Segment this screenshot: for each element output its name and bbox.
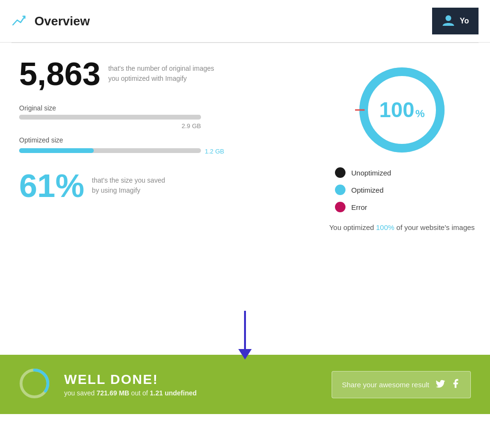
donut-center-text: 100%	[379, 98, 425, 122]
overview-icon	[11, 11, 29, 31]
image-count-value: 5,863	[19, 57, 100, 90]
savings-stat: 61% that's the size you saved by using I…	[19, 169, 306, 202]
arrow-head	[238, 349, 252, 360]
image-count-stat: 5,863 that's the number of original imag…	[19, 57, 306, 90]
original-size-item: Original size 2.9 GB	[19, 104, 306, 130]
svg-point-0	[445, 15, 451, 21]
total-amount: 1.21 undefined	[150, 389, 197, 397]
donut-percent-sign: %	[415, 108, 425, 120]
well-done-subtitle: you saved 721.69 MB out of 1.21 undefine…	[64, 389, 317, 397]
facebook-icon[interactable]	[450, 378, 461, 391]
arrow-container	[0, 311, 490, 360]
arrow-line	[244, 311, 246, 349]
twitter-icon[interactable]	[435, 378, 445, 391]
savings-percent-value: 61%	[19, 169, 84, 202]
optimized-size-value: 1.2 GB	[205, 148, 224, 155]
subtitle-middle: out of	[129, 389, 150, 397]
original-size-label: Original size	[19, 104, 306, 112]
share-icons	[435, 378, 461, 391]
well-done-title: WELL DONE!	[64, 372, 317, 387]
user-name: Yo	[460, 17, 469, 25]
optimized-size-bar	[19, 148, 201, 153]
original-size-value: 2.9 GB	[19, 122, 201, 130]
chart-legend: Unoptimized Optimized Error	[335, 167, 391, 212]
optimized-size-label: Optimized size	[19, 136, 306, 144]
optimized-label: Optimized	[351, 186, 384, 194]
saved-amount: 721.69 MB	[97, 389, 129, 397]
well-done-icon	[19, 368, 50, 401]
original-size-bar	[19, 115, 201, 120]
summary-highlight: 100%	[376, 223, 394, 231]
optimized-dot	[335, 185, 345, 195]
page-header: Overview Yo	[0, 0, 490, 43]
share-button[interactable]: Share your awesome result	[332, 371, 471, 398]
page-title: Overview	[34, 14, 90, 29]
donut-percent-value: 100	[379, 98, 414, 122]
optimized-size-item: Optimized size 1.2 GB	[19, 136, 306, 155]
image-count-description: that's the number of original images you…	[108, 64, 214, 84]
legend-item-error: Error	[335, 202, 391, 212]
left-panel: 5,863 that's the number of original imag…	[19, 57, 306, 296]
donut-chart: 100%	[354, 62, 450, 158]
legend-item-unoptimized: Unoptimized	[335, 167, 391, 178]
footer-banner: WELL DONE! you saved 721.69 MB out of 1.…	[0, 355, 490, 414]
subtitle-prefix: you saved	[64, 389, 97, 397]
savings-description: that's the size you saved by using Imagi…	[92, 175, 165, 196]
legend-item-optimized: Optimized	[335, 185, 391, 195]
right-panel: 100% Unoptimized Optimized Error You opt…	[325, 57, 479, 296]
arrow-down	[238, 311, 252, 360]
error-dot	[335, 202, 345, 212]
optimized-row: 1.2 GB	[19, 146, 306, 155]
summary-text: You optimized 100% of your website's ima…	[329, 222, 475, 233]
error-label: Error	[351, 203, 367, 211]
header-left: Overview	[11, 11, 90, 31]
summary-prefix: You optimized	[329, 223, 376, 231]
summary-suffix: of your website's images	[394, 223, 475, 231]
share-label: Share your awesome result	[342, 381, 429, 389]
user-avatar-icon	[442, 13, 455, 29]
user-menu[interactable]: Yo	[432, 8, 479, 34]
unoptimized-label: Unoptimized	[351, 169, 391, 177]
unoptimized-dot	[335, 167, 345, 178]
well-done-text-section: WELL DONE! you saved 721.69 MB out of 1.…	[64, 372, 317, 397]
main-content: 5,863 that's the number of original imag…	[0, 43, 490, 311]
size-section: Original size 2.9 GB Optimized size 1.2 …	[19, 104, 306, 155]
